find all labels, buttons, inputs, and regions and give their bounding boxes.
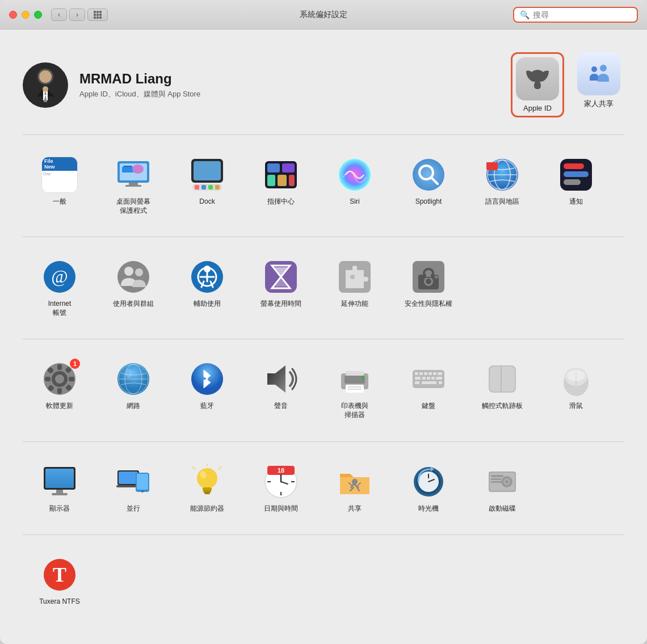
svg-rect-40 <box>486 162 498 165</box>
pref-extensions[interactable]: 延伸功能 <box>318 251 392 325</box>
network-icon <box>115 361 152 397</box>
icon-grid-3: 1 軟體更新 <box>23 353 624 427</box>
search-box[interactable]: 🔍 <box>513 7 638 23</box>
pref-trackpad[interactable]: 觸控式軌跡板 <box>465 353 539 427</box>
svg-rect-30 <box>289 175 295 186</box>
pref-mouse[interactable]: 滑鼠 <box>539 353 613 427</box>
pref-security[interactable]: 安全性與隱私權 <box>392 251 465 325</box>
mouse-icon <box>558 361 594 397</box>
icon-grid-1: FileNew One 一般 <box>23 149 624 223</box>
svg-rect-16 <box>129 183 138 185</box>
dock-label: Dock <box>199 197 215 207</box>
pref-bluetooth[interactable]: 藍牙 <box>170 353 244 427</box>
maximize-button[interactable] <box>34 11 42 19</box>
pref-siri[interactable]: Siri <box>318 149 392 223</box>
search-input[interactable] <box>533 10 631 19</box>
forward-button[interactable]: › <box>69 9 85 21</box>
pref-dock[interactable]: Dock <box>170 149 244 223</box>
pref-users[interactable]: 使用者與群組 <box>96 251 170 325</box>
svg-rect-44 <box>564 179 581 185</box>
svg-rect-106 <box>436 377 442 380</box>
pref-mission-control[interactable]: 指揮中心 <box>244 149 318 223</box>
svg-rect-119 <box>45 469 74 488</box>
siri-icon <box>337 157 373 193</box>
svg-rect-75 <box>57 388 62 394</box>
traffic-lights <box>9 11 42 19</box>
svg-rect-104 <box>427 377 430 380</box>
svg-rect-131 <box>204 492 210 494</box>
pref-internet[interactable]: @ Internet帳號 <box>23 251 96 325</box>
pref-startdisk[interactable]: 啟動磁碟 <box>465 456 539 521</box>
screentime-icon <box>263 259 299 295</box>
pref-sidecar[interactable]: 並行 <box>96 456 170 521</box>
sound-label: 聲音 <box>274 402 288 411</box>
profile-name: MRMAD Liang <box>79 71 511 87</box>
datetime-label: 日期與時間 <box>264 504 298 513</box>
pref-tuxera[interactable]: T Tuxera NTFS <box>23 549 96 614</box>
profile-section: MRMAD Liang Apple ID、iCloud、媒體與 App Stor… <box>23 41 624 135</box>
pref-network[interactable]: 網路 <box>96 353 170 427</box>
close-button[interactable] <box>9 11 17 19</box>
svg-rect-109 <box>439 381 442 384</box>
svg-rect-158 <box>491 478 501 480</box>
extensions-label: 延伸功能 <box>341 300 368 309</box>
notifications-label: 通知 <box>569 197 583 207</box>
pref-language[interactable]: 語言與地區 <box>465 149 539 223</box>
svg-rect-108 <box>422 381 436 384</box>
pref-sharing[interactable]: 共享 <box>318 456 392 521</box>
nav-buttons: ‹ › <box>51 9 85 21</box>
pref-spotlight[interactable]: Spotlight <box>392 149 465 223</box>
svg-point-66 <box>426 279 431 284</box>
section-general: FileNew One 一般 <box>23 135 624 237</box>
family-sharing-label: 家人共享 <box>584 99 614 109</box>
family-sharing-icon <box>577 52 620 95</box>
siri-label: Siri <box>350 197 359 207</box>
svg-rect-23 <box>208 185 213 190</box>
spotlight-label: Spotlight <box>415 197 442 207</box>
timemachine-label: 時光機 <box>418 504 439 513</box>
pref-general[interactable]: FileNew One 一般 <box>23 149 96 223</box>
extensions-icon <box>337 259 373 295</box>
screentime-label: 螢幕使用時間 <box>261 300 301 309</box>
back-button[interactable]: ‹ <box>51 9 67 21</box>
pref-datetime[interactable]: 18 日期與時間 <box>244 456 318 521</box>
pref-accessibility[interactable]: 輔助使用 <box>170 251 244 325</box>
svg-rect-111 <box>490 367 515 392</box>
svg-point-15 <box>132 165 144 174</box>
pref-energy[interactable]: 能源節約器 <box>170 456 244 521</box>
pref-notifications[interactable]: 通知 <box>539 149 613 223</box>
pref-softwareupdate[interactable]: 1 軟體更新 <box>23 353 96 427</box>
grid-icon <box>94 11 102 19</box>
svg-rect-102 <box>415 377 421 380</box>
svg-rect-22 <box>201 185 206 190</box>
svg-point-62 <box>350 275 355 279</box>
pref-printers[interactable]: 印表機與掃描器 <box>318 353 392 427</box>
pref-timemachine[interactable]: 時光機 <box>392 456 465 521</box>
keyboard-label: 鍵盤 <box>422 402 435 411</box>
svg-rect-123 <box>119 472 138 484</box>
pref-screentime[interactable]: 螢幕使用時間 <box>244 251 318 325</box>
bluetooth-label: 藍牙 <box>200 402 214 411</box>
svg-point-1 <box>39 70 52 83</box>
mission-icon <box>263 157 299 193</box>
trackpad-label: 觸控式軌跡板 <box>482 402 523 411</box>
svg-point-70 <box>435 276 438 278</box>
printers-icon <box>337 361 373 397</box>
pref-displays[interactable]: 顯示器 <box>23 456 96 521</box>
icon-grid-4: 顯示器 <box>23 456 624 521</box>
minimize-button[interactable] <box>22 11 30 19</box>
svg-rect-121 <box>52 493 68 495</box>
internet-label: Internet帳號 <box>48 300 72 317</box>
update-badge: 1 <box>70 359 80 369</box>
displays-label: 顯示器 <box>49 504 70 513</box>
security-icon <box>410 259 447 295</box>
pref-sound[interactable]: 聲音 <box>244 353 318 427</box>
svg-point-10 <box>600 65 607 71</box>
apple-id-action[interactable]: Apple ID <box>511 52 564 117</box>
svg-rect-68 <box>426 273 431 277</box>
grid-view-button[interactable] <box>87 9 108 21</box>
family-sharing-action[interactable]: 家人共享 <box>573 52 624 117</box>
softwareupdate-label: 軟體更新 <box>46 402 73 411</box>
pref-desktop[interactable]: 桌面與螢幕保護程式 <box>96 149 170 223</box>
pref-keyboard[interactable]: 鍵盤 <box>392 353 465 427</box>
